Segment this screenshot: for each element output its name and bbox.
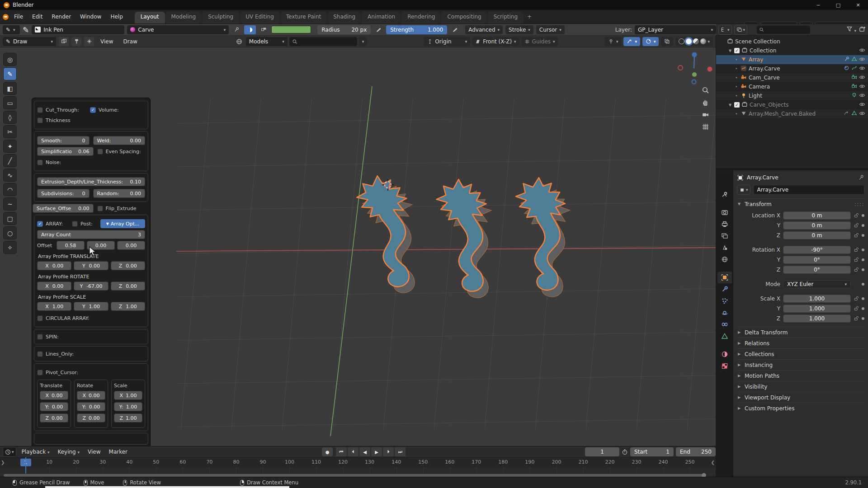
menu-help[interactable]: Help: [106, 12, 127, 21]
profile-translate-y-field[interactable]: Y0.00: [74, 261, 108, 270]
camera-view-icon[interactable]: [702, 111, 709, 118]
properties-tab-constraints[interactable]: [717, 319, 732, 330]
transform-value-field[interactable]: 1.000: [783, 314, 851, 323]
array-options-button[interactable]: ▼Array Opt...: [100, 219, 145, 228]
viewport-3d[interactable]: ◎✎◧▭◊✂✦╱∿◠~▢○⟡ Cut_Through: ✓ Volume: Th…: [0, 47, 716, 446]
eye-icon[interactable]: [859, 101, 865, 109]
rotate-y-field[interactable]: Y:0.00: [77, 402, 105, 411]
lock-icon[interactable]: [854, 267, 859, 273]
layer-selector[interactable]: GP_Layer▾: [635, 25, 716, 34]
section-visibility[interactable]: ▶Visibility: [737, 381, 864, 392]
properties-tab-texture[interactable]: [717, 360, 732, 372]
tab-scripting[interactable]: Scripting: [488, 12, 524, 23]
animate-dot[interactable]: [862, 234, 864, 237]
radius-field[interactable]: Radius20 px: [317, 25, 371, 34]
thickness-checkbox[interactable]: [37, 117, 43, 123]
properties-tab-scene[interactable]: [717, 242, 732, 253]
properties-tab-world[interactable]: [717, 253, 732, 265]
transform-value-field[interactable]: 0°: [783, 256, 851, 264]
object-id-selector[interactable]: ▾: [737, 185, 750, 195]
menu-edit[interactable]: Edit: [28, 12, 47, 21]
tab-layout[interactable]: Layout: [135, 12, 165, 23]
strength-pressure-icon[interactable]: [450, 25, 460, 34]
extrusion-depth-field[interactable]: Extrusion_Depth/Line_Thickness:0.10: [37, 177, 145, 186]
lock-icon[interactable]: [854, 257, 859, 263]
subdivisions-field[interactable]: Subdivisions:0: [37, 189, 90, 198]
section-relations[interactable]: ▶Relations: [737, 338, 864, 348]
lock-icon[interactable]: [854, 212, 859, 219]
gizmos-toggle[interactable]: ▾: [623, 37, 640, 46]
outliner-row-cam-carve[interactable]: ‣Cam_Carve: [716, 73, 868, 82]
collapse-arrow-icon[interactable]: ❮: [711, 460, 715, 465]
properties-tab-output[interactable]: [717, 218, 732, 230]
current-frame-field[interactable]: 1: [585, 447, 619, 456]
jump-end-button[interactable]: ⏭: [395, 447, 406, 456]
transform-value-field[interactable]: -90°: [783, 246, 851, 254]
tab-shading[interactable]: Shading: [327, 12, 361, 23]
vertex-color-swatch[interactable]: [271, 26, 311, 33]
outliner-row-array[interactable]: ‣Array: [716, 55, 868, 64]
brush-name-field[interactable]: Ink Pen: [32, 25, 124, 34]
timeline-menu-marker[interactable]: Marker: [105, 448, 131, 456]
shading-mode-group[interactable]: ▾: [675, 37, 713, 46]
properties-tab-tool[interactable]: [717, 188, 732, 200]
stopwatch-icon[interactable]: [622, 449, 628, 455]
eye-icon[interactable]: [859, 83, 865, 91]
profile-rotate-y-field[interactable]: Y-67.00: [74, 282, 108, 291]
tool-erase[interactable]: ▭: [3, 96, 17, 109]
tab-texture-paint[interactable]: Texture Paint: [280, 12, 327, 23]
simplification-field[interactable]: Simplificatio0.06: [37, 147, 94, 156]
rotate-z-field[interactable]: Z0.00: [77, 413, 105, 422]
eye-icon[interactable]: [859, 110, 865, 118]
profile-rotate-z-field[interactable]: Z0.00: [111, 282, 145, 291]
animate-dot[interactable]: [862, 317, 864, 320]
collection-checkbox[interactable]: ✓: [734, 48, 740, 53]
animate-dot[interactable]: [862, 214, 864, 217]
transform-value-field[interactable]: 0 m: [783, 221, 851, 230]
tool-tint[interactable]: ◊: [3, 111, 17, 124]
outliner-row-camera[interactable]: ‣Camera: [716, 82, 868, 91]
profile-rotate-x-field[interactable]: X0.00: [37, 282, 71, 291]
translate-y-field[interactable]: Y:0.00: [40, 402, 68, 411]
expander-icon[interactable]: ▼: [728, 49, 732, 53]
scale-y-field[interactable]: Y:1.00: [114, 402, 142, 411]
transform-orientation-selector[interactable]: Origin▾: [424, 37, 470, 46]
blender-menu-icon[interactable]: [3, 14, 9, 20]
play-button[interactable]: ▶: [371, 447, 382, 456]
new-workspace-button[interactable]: +: [524, 12, 535, 23]
menu-file[interactable]: File: [9, 12, 28, 21]
draw-menu[interactable]: Draw: [119, 38, 141, 46]
outliner-row-array-mesh-carve-baked[interactable]: ‣Array.Mesh_Carve.Baked: [716, 109, 868, 118]
tool-line[interactable]: ╱: [3, 154, 17, 167]
ortho-grid-icon[interactable]: [702, 123, 709, 131]
eye-icon[interactable]: [859, 47, 865, 55]
search-scope-selector[interactable]: Models▾: [246, 37, 288, 46]
post-checkbox[interactable]: [72, 221, 78, 227]
timeline-menu-keying[interactable]: Keying ▾: [54, 448, 83, 456]
animate-dot[interactable]: [862, 283, 864, 286]
animate-dot[interactable]: [862, 297, 864, 300]
palette-toggle-icon[interactable]: [259, 25, 269, 34]
section-custom-properties[interactable]: ▶Custom Properties: [737, 403, 864, 413]
tool-eyedropper[interactable]: ✦: [3, 140, 17, 153]
noise-checkbox[interactable]: [37, 160, 43, 165]
stroke-placement-icon[interactable]: [71, 37, 81, 46]
timeline-menu-view[interactable]: View: [84, 448, 104, 456]
surface-offset-field[interactable]: Surface_Offse0.00: [33, 204, 94, 213]
tool-arc[interactable]: ◠: [3, 183, 17, 196]
pivot-cursor-checkbox[interactable]: [37, 370, 43, 375]
tool-cutter[interactable]: ✂: [3, 125, 17, 138]
show-gizmo-button[interactable]: ▾: [605, 37, 622, 46]
new-collection-button[interactable]: [859, 26, 866, 34]
stroke-panel-button[interactable]: Stroke▾: [505, 25, 533, 34]
section-viewport-display[interactable]: ▶Viewport Display: [737, 392, 864, 403]
tool-interpolate[interactable]: ⟡: [3, 241, 17, 254]
cut-through-checkbox[interactable]: [37, 107, 43, 113]
brush-preview-icon[interactable]: ✎: [23, 25, 29, 34]
profile-translate-x-field[interactable]: X0.00: [37, 261, 71, 270]
transform-value-field[interactable]: 0 m: [783, 231, 851, 239]
properties-tab-material[interactable]: [717, 348, 732, 360]
timeline-menu-playback[interactable]: Playback ▾: [18, 448, 53, 456]
spin-checkbox[interactable]: [37, 334, 43, 340]
outliner-row-light[interactable]: ‣Light: [716, 91, 868, 100]
